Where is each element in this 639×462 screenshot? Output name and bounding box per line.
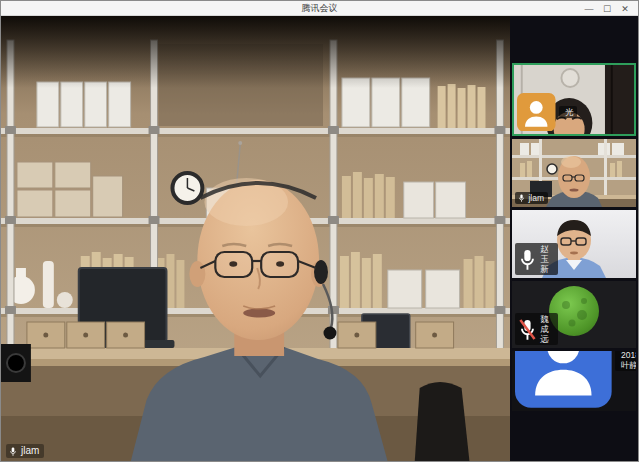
mic-on-icon (518, 193, 525, 203)
participants-sidebar: 光 (510, 16, 638, 462)
participant-tile-3[interactable]: 赵玉新 (512, 210, 636, 278)
window-title: 腾讯会议 (302, 1, 338, 16)
participant-label: 光 (517, 93, 556, 132)
mic-on-icon (9, 446, 17, 457)
mic-muted-icon (518, 316, 537, 343)
titlebar: 腾讯会议 — ☐ ✕ (1, 1, 638, 16)
minimize-button[interactable]: — (580, 1, 598, 16)
meeting-content: jlam (1, 16, 638, 462)
app-window: 腾讯会议 — ☐ ✕ (0, 0, 639, 462)
member-badge-icon (515, 351, 612, 408)
main-video-tile[interactable]: jlam (1, 16, 510, 462)
maximize-button[interactable]: ☐ (598, 1, 616, 16)
participant-name: 光 (565, 107, 574, 117)
host-badge-icon (517, 93, 556, 132)
participant-name: 魏成远 (540, 314, 554, 344)
main-participant-label: jlam (6, 444, 44, 458)
participant-name: jlam (528, 193, 544, 203)
close-button[interactable]: ✕ (616, 1, 634, 16)
main-video-scene (1, 16, 510, 462)
participant-label: 魏成远 (515, 313, 558, 345)
main-participant-name: jlam (21, 445, 39, 457)
mic-on-icon (518, 246, 537, 273)
participant-label: 2018071923 叶静 (515, 351, 612, 408)
participant-tile-5[interactable]: 2018071923 叶静 (512, 351, 636, 411)
participant-label: 赵玉新 (515, 243, 558, 275)
participant-tile-1[interactable]: 光 (512, 63, 636, 136)
participant-name: 赵玉新 (540, 244, 554, 274)
window-controls: — ☐ ✕ (580, 1, 634, 16)
participant-name: 2018071923 叶静 (621, 351, 636, 370)
participant-tile-4[interactable]: 魏成远 (512, 281, 636, 348)
participant-label: jlam (515, 192, 548, 204)
participant-tile-2[interactable]: jlam (512, 139, 636, 207)
